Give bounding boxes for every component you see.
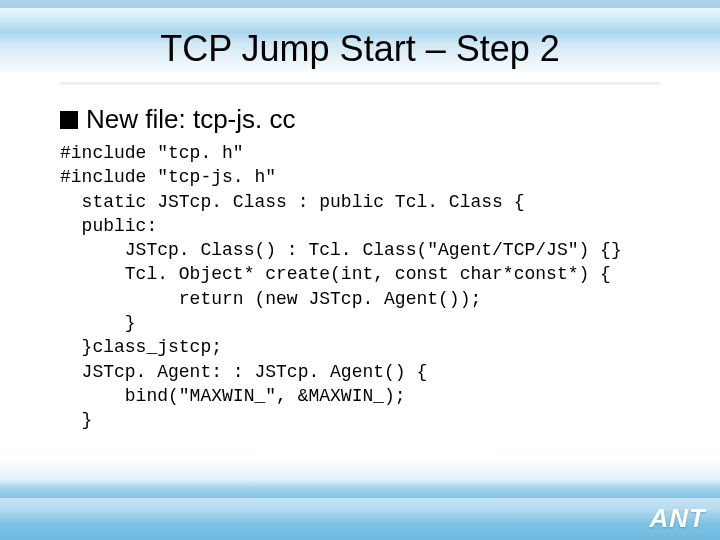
- slide-content: New file: tcp-js. cc #include "tcp. h" #…: [60, 104, 680, 433]
- square-bullet-icon: [60, 111, 78, 129]
- bullet-row: New file: tcp-js. cc: [60, 104, 680, 135]
- bottom-accent-band: [0, 480, 720, 498]
- slide-title: TCP Jump Start – Step 2: [0, 28, 720, 70]
- bullet-text: New file: tcp-js. cc: [86, 104, 296, 135]
- top-accent-bar: [0, 0, 720, 8]
- logo-text: ANT: [650, 503, 706, 534]
- title-underline: [60, 82, 660, 84]
- code-block: #include "tcp. h" #include "tcp-js. h" s…: [60, 141, 680, 433]
